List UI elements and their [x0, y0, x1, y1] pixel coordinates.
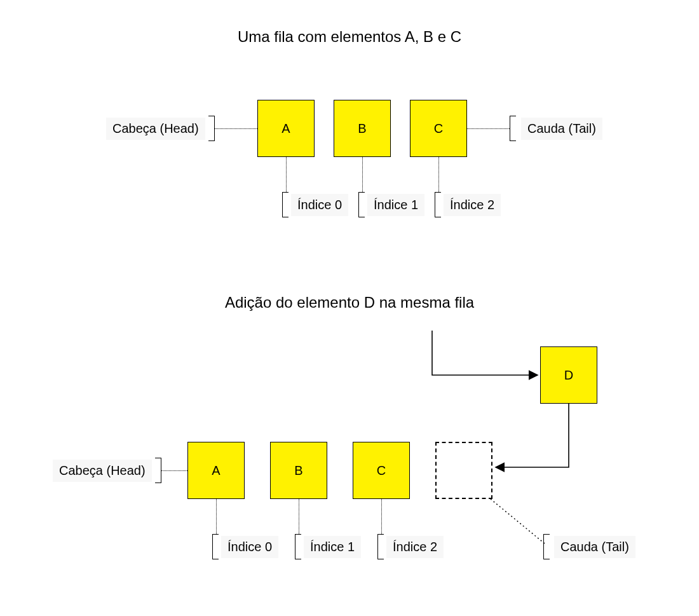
diagram2-node-d-value: D [564, 368, 573, 383]
diagram1-index2-bracket [435, 192, 441, 217]
diagram1-tail-label: Cauda (Tail) [521, 118, 602, 140]
diagram1-node-c: C [410, 100, 467, 157]
diagram1-head-bracket [208, 116, 215, 141]
diagram1-node-c-value: C [434, 121, 443, 136]
diagram1-index1-bracket [358, 192, 365, 217]
diagram1-head-label: Cabeça (Head) [106, 118, 205, 140]
diagram2-index1-bracket [295, 534, 301, 559]
diagram1-index1-connector [362, 157, 363, 192]
diagram2-node-a: A [187, 442, 245, 499]
diagram2-placeholder-slot [435, 442, 492, 499]
diagram2-index0-bracket [212, 534, 219, 559]
diagram2-tail-bracket [543, 534, 550, 559]
arrow-into-d [432, 331, 538, 375]
diagram2-head-connector [161, 470, 187, 471]
diagram1-index0-bracket [282, 192, 288, 217]
diagram2-tail-label: Cauda (Tail) [554, 536, 635, 558]
arrow-d-to-slot [496, 404, 569, 467]
diagram1-index0-connector [286, 157, 287, 192]
diagram2-node-b: B [270, 442, 327, 499]
diagram1-node-a-value: A [282, 121, 290, 136]
diagram2-index2-label: Índice 2 [386, 536, 444, 558]
diagram2-title: Adição do elemento D na mesma fila [210, 294, 489, 311]
diagram1-head-connector [215, 128, 257, 129]
diagram2-index2-connector [381, 499, 382, 534]
diagram1-index2-connector [438, 157, 439, 192]
diagram2-node-b-value: B [294, 463, 302, 478]
diagram2-node-c-value: C [377, 463, 386, 478]
diagram1-node-a: A [257, 100, 315, 157]
diagram1-tail-connector [467, 128, 510, 129]
diagram1-index2-label: Índice 2 [444, 194, 501, 216]
diagram2-index0-connector [216, 499, 217, 534]
diagram1-tail-bracket [510, 116, 516, 141]
diagram2-node-d: D [540, 346, 597, 404]
diagram2-head-bracket [155, 458, 161, 483]
diagram1-index0-label: Índice 0 [291, 194, 348, 216]
diagram2-index2-bracket [377, 534, 384, 559]
diagram2-node-a-value: A [212, 463, 220, 478]
diagram-canvas: Uma fila com elementos A, B e C Cabeça (… [0, 0, 699, 616]
diagram1-index1-label: Índice 1 [367, 194, 424, 216]
diagram2-index1-connector [299, 499, 299, 534]
diagram2-tail-connector [491, 499, 545, 544]
diagram1-title: Uma fila com elementos A, B e C [222, 28, 477, 46]
diagram2-head-label: Cabeça (Head) [53, 460, 152, 482]
diagram2-index0-label: Índice 0 [221, 536, 278, 558]
diagram2-node-c: C [353, 442, 410, 499]
diagram1-node-b-value: B [358, 121, 366, 136]
diagram1-node-b: B [334, 100, 391, 157]
diagram2-index1-label: Índice 1 [304, 536, 361, 558]
